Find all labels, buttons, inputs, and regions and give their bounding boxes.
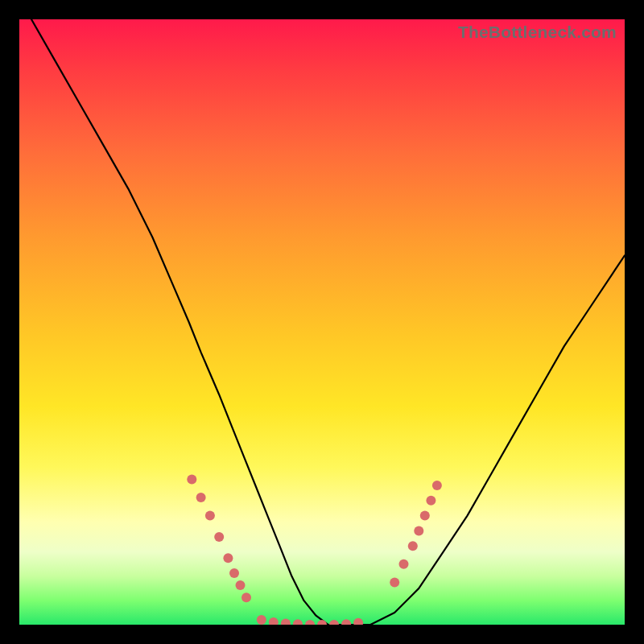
curve-layer xyxy=(31,19,625,625)
scatter-dot xyxy=(187,475,196,485)
scatter-dot xyxy=(317,620,327,625)
scatter-dot xyxy=(196,493,206,502)
scatter-dot xyxy=(420,511,430,521)
scatter-dot xyxy=(390,577,399,587)
scatter-dot xyxy=(408,541,418,551)
scatter-dot xyxy=(426,496,436,506)
scatter-dot xyxy=(269,617,279,625)
scatter-dot xyxy=(341,619,351,625)
scatter-dot xyxy=(257,615,266,625)
scatter-dot xyxy=(236,580,246,590)
scatter-dot xyxy=(229,568,239,578)
scatter-dot xyxy=(281,619,291,625)
scatter-dot xyxy=(432,481,442,490)
scatter-dots xyxy=(187,475,442,625)
plot-area: TheBottleneck.com xyxy=(19,19,625,625)
bottleneck-curve xyxy=(31,19,625,625)
chart-svg xyxy=(19,19,625,625)
scatter-dot xyxy=(242,592,251,602)
scatter-dot xyxy=(205,511,215,521)
scatter-dot xyxy=(223,553,233,563)
scatter-dot xyxy=(305,620,315,625)
scatter-dot xyxy=(214,532,224,542)
scatter-dot xyxy=(399,559,409,569)
chart-frame: TheBottleneck.com xyxy=(0,0,644,644)
scatter-dot xyxy=(353,618,363,625)
scatter-dot xyxy=(293,619,303,625)
scatter-dot xyxy=(414,526,423,535)
scatter-dot xyxy=(329,620,339,625)
